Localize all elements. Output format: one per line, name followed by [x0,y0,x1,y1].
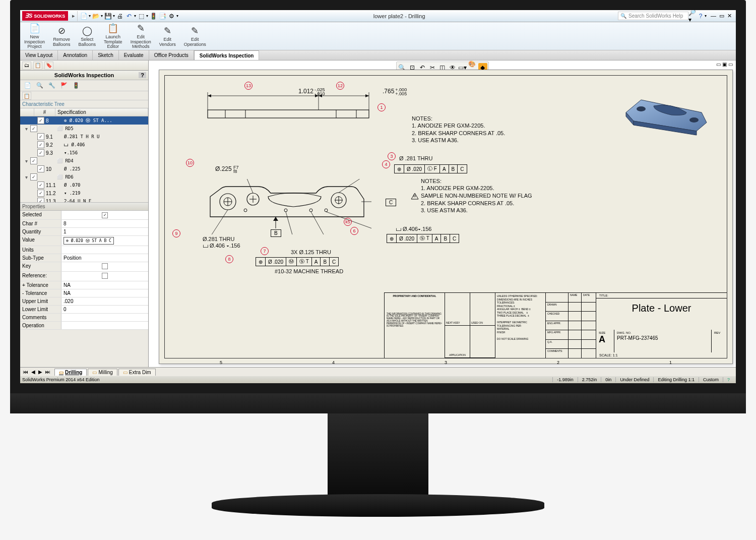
property-row[interactable]: Quantity1 [20,228,148,236]
close-icon[interactable]: ✕ [727,13,732,19]
tab-feature-tree-icon[interactable]: 🗂 [22,62,31,70]
next-sheet-icon[interactable]: ▶ [37,369,43,375]
sheet-tab-drilling[interactable]: ▭Drilling [54,369,87,376]
property-row[interactable]: Lower Limit0 [20,306,148,314]
sheet-tab-milling[interactable]: ▭Milling [88,369,117,376]
balloon-3[interactable]: 3 [388,152,396,160]
tree-row[interactable]: ▾✓⬜ RD5 [20,125,148,133]
dropdown-icon[interactable]: ▾ [146,14,148,18]
tree-row[interactable]: ✓9.2⌴ Ø.406 [20,141,148,149]
tree-row[interactable]: ✓11.2▾ .219 [20,189,148,197]
signatures-block: NAMEDATEDRAWNCHECKEDENG APPR.MFG APPR.Q.… [546,293,596,358]
property-row[interactable]: + ToleranceNA [20,281,148,289]
tab-evaluate[interactable]: Evaluate [119,50,149,60]
dropdown-icon[interactable]: ▾ [113,14,115,18]
tree-row[interactable]: ▾✓⬜ RD4 [20,157,148,165]
balloon-6[interactable]: 6 [350,227,358,235]
property-row[interactable]: Upper Limit.020 [20,297,148,306]
dropdown-icon[interactable]: ▾ [89,14,91,18]
ribbon-remove[interactable]: ⊘RemoveBalloons [51,24,73,48]
tree-row[interactable]: ✓10Ø .225 [20,165,148,173]
balloon-7[interactable]: 7 [261,247,269,255]
tree-row[interactable]: ✓9.3▾.156 [20,149,148,157]
proprietary-header: PROPRIETARY AND CONFIDENTIAL [387,295,443,298]
app-logo: ƎS SOLIDWORKS [22,11,68,21]
tab-sketch[interactable]: Sketch [93,50,119,60]
tree-row[interactable]: ✓11.32-64 U N F [20,197,148,202]
first-sheet-icon[interactable]: ⏮ [22,369,29,375]
tab-view-layout[interactable]: View Layout [20,50,58,60]
balloon-1[interactable]: 1 [377,103,386,111]
maximize-icon[interactable]: ▭ [719,13,724,19]
balloon-k5[interactable]: k5 [344,218,352,226]
status-help-icon[interactable]: ? [723,377,734,382]
drawing-canvas[interactable]: 🔍 ⊡ ↶ ✂ ◫ 👁 ▭▾ 🎨▾ ◆ ▭ ▣ ▭ [149,61,736,367]
undo-icon[interactable]: ↶ [125,12,133,20]
save-icon[interactable]: 💾 [104,12,112,20]
search-input[interactable]: 🔍 Search SolidWorks Help [618,12,688,20]
help-icon[interactable]: ? [697,12,705,20]
dropdown-icon[interactable]: ▾ [134,14,136,18]
minimize-icon[interactable]: — [711,13,716,19]
search-dropdown-icon[interactable]: 🔎▾ [688,12,697,20]
open-icon[interactable]: 📂 [92,12,100,20]
select-icon[interactable]: ⬚ [137,12,145,20]
ribbon-launch[interactable]: 📋LaunchTemplateEditor [102,22,124,51]
balloon-13[interactable]: 13 [244,82,253,90]
property-row[interactable]: Sub-TypePosition [20,254,148,262]
property-row[interactable]: Comments [20,314,148,322]
balloon-9[interactable]: 9 [172,229,180,237]
property-row[interactable]: Value⊕ Ø.020 Ⓜ ST A B C [20,236,148,246]
window-controls[interactable]: ▭ ▣ ▭ [716,62,733,67]
ribbon-new[interactable]: 📄NewInspectionProject [22,22,47,51]
col-number[interactable]: # [34,108,55,116]
property-row[interactable]: Reference: [20,272,148,281]
options-icon[interactable]: 📑 [158,12,166,20]
tree-row[interactable]: ▾✓⬜ RD6 [20,173,148,181]
sheet-tab-extra dim[interactable]: ▭Extra Dim [118,369,156,376]
tab-property-icon[interactable]: 📋 [33,62,42,70]
chevron-right-icon[interactable]: ▸ [70,13,77,19]
tool-flag-icon[interactable]: 🚩 [59,81,69,90]
property-row[interactable]: Char #8 [20,220,148,228]
last-sheet-icon[interactable]: ⏭ [44,369,51,375]
ribbon-edit[interactable]: ✎EditInspectionMethods [129,22,153,51]
rebuild-icon[interactable]: 🚦 [149,12,157,20]
property-row[interactable]: Operation [20,322,148,330]
new-icon[interactable]: 📄 [80,12,88,20]
tab-solidworks-inspection[interactable]: SolidWorks Inspection [194,50,260,60]
tree-row[interactable]: ✓8⊕ Ø.020 Ⓜ ST A... [20,116,148,125]
drawing-sheet[interactable]: 1.012-.025-.010 .765+.000+.005 [159,70,733,364]
property-row[interactable]: Key [20,262,148,272]
property-row[interactable]: Selected✓ [20,211,148,220]
ribbon-edit[interactable]: ✎EditVendors [157,24,178,48]
dropdown-icon[interactable]: ▾ [176,14,178,18]
prev-sheet-icon[interactable]: ◀ [30,369,36,375]
ribbon-select[interactable]: ◯SelectBalloons [77,24,98,48]
dropdown-icon[interactable]: ▾ [101,14,103,18]
settings-icon[interactable]: ⚙ [167,12,175,20]
tree-row[interactable]: ✓11.1Ø .070 [20,181,148,189]
ribbon-edit[interactable]: ✎EditOperations [182,24,208,48]
col-specification[interactable]: Specification [55,108,148,116]
tool-wrench-icon[interactable]: 🔧 [47,81,56,90]
balloon-4[interactable]: 4 [382,160,390,168]
tab-annotation[interactable]: Annotation [58,50,93,60]
tool-doc-icon[interactable]: 📄 [23,81,32,90]
tool-light-icon[interactable]: 🚦 [72,81,81,90]
balloon-12[interactable]: 12 [336,82,344,90]
tab-office-products[interactable]: Office Products [149,50,194,60]
titlebar: ƎS SOLIDWORKS ▸ 📄▾ 📂▾ 💾▾ 🖨 ↶▾ ⬚▾ 🚦 📑 ⚙▾ … [20,10,736,22]
balloon-8[interactable]: 8 [225,255,233,263]
tree-row[interactable]: ✓9.1Ø.281 T H R U [20,133,148,141]
sub-tab-icon[interactable]: 📋 [22,92,31,100]
characteristic-tree[interactable]: ✓8⊕ Ø.020 Ⓜ ST A...▾✓⬜ RD5✓9.1Ø.281 T H … [20,116,148,202]
tool-search-icon[interactable]: 🔍 [35,81,44,90]
help-icon[interactable]: ? [139,72,146,78]
datum-b: B [271,229,281,237]
balloon-10[interactable]: 10 [186,159,194,167]
property-row[interactable]: - ToleranceNA [20,289,148,297]
tab-config-icon[interactable]: 🔖 [44,62,53,70]
print-icon[interactable]: 🖨 [116,12,124,20]
property-row[interactable]: Units [20,246,148,254]
